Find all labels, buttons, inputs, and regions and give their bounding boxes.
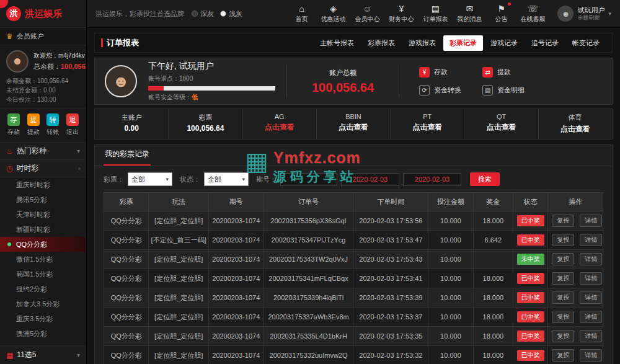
sidebar-menu-item[interactable]: 纽约2分彩 <box>0 282 86 296</box>
cell-lottery: QQ分分彩 <box>104 269 149 288</box>
report-tab[interactable]: 追号记录 <box>525 35 565 51</box>
sidebar-menu-item[interactable]: 微信1.5分彩 <box>0 252 86 267</box>
user-menu[interactable]: ☻ 试玩用户 余额刷新 ▾ <box>557 6 611 22</box>
detail-button[interactable]: 详情 <box>580 215 602 227</box>
report-tab[interactable]: 主帐号报表 <box>314 35 360 51</box>
table-header-cell: 期号 <box>209 193 264 211</box>
topnav-item[interactable]: ✉ 我的消息 <box>457 4 482 24</box>
quick-action[interactable]: 提 提款 <box>27 113 40 136</box>
sidebar-menu-item[interactable]: 重庆3.5分彩 <box>0 311 86 326</box>
topnav-label: 订单报表 <box>423 15 448 24</box>
filter-bar: 彩票： 全部 ▾ 状态： 全部 ▾ 期号： 2020-02-03 2020-02… <box>95 166 612 192</box>
detail-button[interactable]: 详情 <box>580 330 602 342</box>
promo-icon: ◈ <box>330 4 337 14</box>
cell-prize: 18.000 <box>473 211 513 231</box>
account-action-button[interactable]: ⟳ 资金转换 <box>419 85 461 95</box>
rebet-button[interactable]: 复投 <box>552 349 574 362</box>
wallet-cell[interactable]: BBIN 点击查看 <box>317 109 391 139</box>
report-tab[interactable]: 彩票记录 <box>443 35 483 51</box>
hot-lottery-header[interactable]: ♨ 热门彩种 ▾ <box>0 143 86 160</box>
topnav-item[interactable]: ☺ 会员中心 <box>355 4 379 24</box>
account-action-button[interactable]: ▤ 资金明细 <box>482 85 525 95</box>
theme-option[interactable]: 深灰 <box>192 9 214 19</box>
report-tab[interactable]: 游戏记录 <box>484 35 524 51</box>
issue-input[interactable] <box>280 173 337 186</box>
cell-amount: 10.000 <box>428 250 473 269</box>
topnav-item[interactable]: ◈ 优惠活动 <box>321 4 345 24</box>
quick-action[interactable]: 存 存款 <box>7 113 20 136</box>
search-button[interactable]: 搜索 <box>470 172 500 186</box>
sidebar-menu-item[interactable]: 新疆时时彩 <box>0 222 86 237</box>
topnav-item[interactable]: ¥ 财务中心 <box>389 4 414 24</box>
brand[interactable]: 洪 洪运娱乐 <box>0 0 86 28</box>
rebet-button[interactable]: 复投 <box>552 311 574 323</box>
topnav-item[interactable]: ⌂ 首页 <box>291 4 311 24</box>
wallet-cell[interactable]: 彩票 100,056.64 <box>169 109 242 139</box>
detail-button[interactable]: 详情 <box>580 272 602 285</box>
quick-action[interactable]: 转 转账 <box>46 113 59 136</box>
sidebar-group-ssc[interactable]: ◷ 时时彩 › <box>0 160 86 177</box>
rebet-button[interactable]: 复投 <box>552 272 574 285</box>
cell-order-no: 200203175337aWb3Ev8m <box>264 308 353 327</box>
wallet-cell[interactable]: PT 点击查看 <box>391 109 464 139</box>
wallet-cell[interactable]: 主账户 0.00 <box>95 109 169 139</box>
user-block: ☻ 欢迎您：m4j7d4kv⟳ 总余额：100,056.64 余额金额：100,… <box>0 45 86 109</box>
rebet-button[interactable]: 复投 <box>552 253 574 265</box>
cell-actions: 复投 详情 <box>548 269 603 288</box>
sidebar-menu-item[interactable]: QQ分分彩 <box>0 237 86 252</box>
cell-play: [定位胆_定位胆] <box>149 308 209 327</box>
cell-time: 2020-02-03 17:53:41 <box>353 269 428 288</box>
table-header-cell: 投注金额 <box>428 193 473 211</box>
topnav-item[interactable]: ⚑ 公告 <box>491 4 511 24</box>
main-column: 洪运娱乐，彩票投注首选品牌 深灰 浅灰 <box>87 0 620 364</box>
detail-button[interactable]: 详情 <box>580 311 602 323</box>
report-tab[interactable]: 游戏报表 <box>402 35 442 51</box>
quick-action[interactable]: 退 退出 <box>66 113 79 136</box>
wallet-cell[interactable]: 体育 点击查看 <box>539 109 612 139</box>
sidebar-menu-item[interactable]: 腾讯5分彩 <box>0 192 86 207</box>
date-to-input[interactable]: 2020-02-03 <box>403 173 461 186</box>
status-badge: 已中奖 <box>517 311 544 322</box>
detail-button[interactable]: 详情 <box>580 349 602 362</box>
sidebar-menu-item[interactable]: 韩国1.5分彩 <box>0 267 86 282</box>
topnav-item[interactable]: ☏ 在线客服 <box>520 4 545 24</box>
fund-detail-icon: ▤ <box>482 85 493 95</box>
rebet-button[interactable]: 复投 <box>552 234 574 246</box>
deposit-icon: ¥ <box>419 67 430 78</box>
status-select[interactable]: 全部 ▾ <box>204 172 249 186</box>
date-from-input[interactable]: 2020-02-03 <box>341 173 399 186</box>
sidebar-group-11x5[interactable]: ▦ 11选5 ▾ <box>0 345 86 364</box>
status-badge: 已中奖 <box>517 234 544 246</box>
sidebar-menu-item[interactable]: 天津时时彩 <box>0 207 86 222</box>
cell-actions: 复投 详情 <box>548 231 603 250</box>
cell-issue: 20200203-1074 <box>209 288 264 308</box>
wallet-cell[interactable]: QT 点击查看 <box>464 109 538 139</box>
rebet-button[interactable]: 复投 <box>552 330 574 342</box>
sidebar-menu-item[interactable]: 澳洲5分彩 <box>0 326 86 341</box>
detail-button[interactable]: 详情 <box>580 291 602 304</box>
chevron-right-icon: › <box>78 165 80 172</box>
sidebar-menu-item[interactable]: 加拿大3.5分彩 <box>0 296 86 311</box>
cell-actions: 复投 详情 <box>548 211 603 231</box>
detail-button[interactable]: 详情 <box>580 234 602 246</box>
report-tab[interactable]: 帐变记录 <box>566 35 606 51</box>
sidebar-menu-item[interactable]: 重庆时时彩 <box>0 177 86 192</box>
tab-my-lottery-records[interactable]: 我的彩票记录 <box>104 144 151 166</box>
cell-order-no: 200203175341mFLqCBqx <box>264 269 353 288</box>
cell-prize <box>473 250 513 269</box>
account-action-button[interactable]: ¥ 存款 <box>419 67 461 78</box>
report-tab[interactable]: 彩票报表 <box>361 35 401 51</box>
transfer-icon: 转 <box>46 113 59 126</box>
topnav-item[interactable]: ▤ 订单报表 <box>423 4 448 24</box>
flame-icon: ♨ <box>6 147 13 156</box>
wallet-cell[interactable]: AG 点击查看 <box>243 109 317 139</box>
username: m4j7d4kv <box>58 52 85 59</box>
rebet-button[interactable]: 复投 <box>552 291 574 304</box>
total-balance-label: 总余额： <box>33 63 61 70</box>
detail-button[interactable]: 详情 <box>580 253 602 265</box>
rebet-button[interactable]: 复投 <box>552 215 574 227</box>
lottery-select[interactable]: 全部 ▾ <box>128 172 172 186</box>
theme-option[interactable]: 浅灰 <box>220 9 242 19</box>
account-action-button[interactable]: ⇄ 提款 <box>482 67 525 78</box>
wallet-value: 点击查看 <box>391 122 464 133</box>
